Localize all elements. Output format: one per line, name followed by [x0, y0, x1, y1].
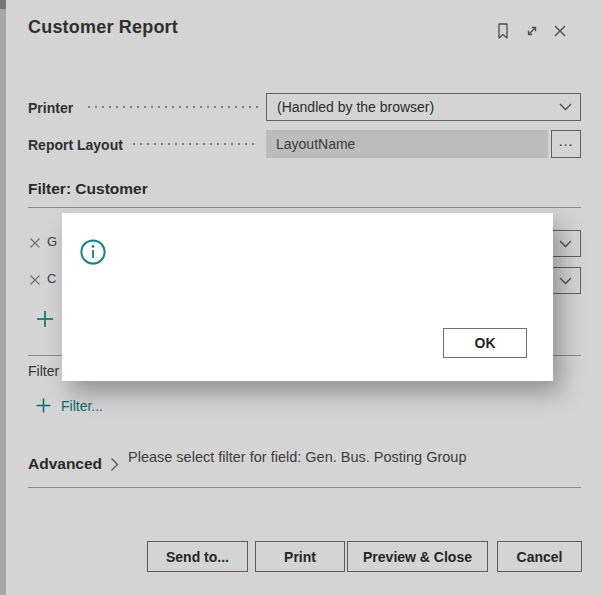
message-dialog: Please select filter for field: Gen. Bus…	[62, 213, 553, 381]
ok-button[interactable]: OK	[443, 328, 527, 358]
dialog-message: Please select filter for field: Gen. Bus…	[128, 449, 467, 465]
info-icon	[80, 239, 106, 265]
customer-report-request-page: Customer Report Printer (Handled by the …	[0, 0, 601, 595]
